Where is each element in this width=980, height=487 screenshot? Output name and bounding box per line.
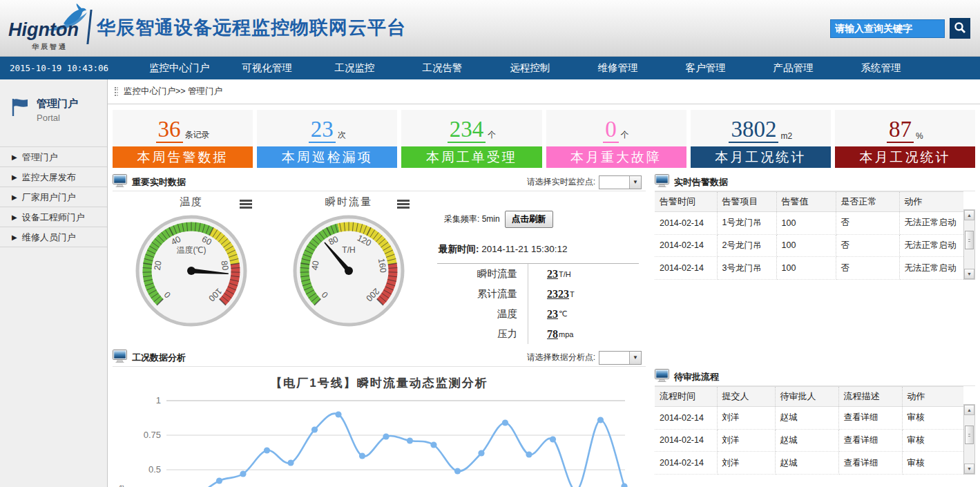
metric-label: 瞬时流量 <box>437 267 517 280</box>
scroll-up-icon[interactable]: ▲ <box>964 210 974 220</box>
scrollbar-thumb[interactable] <box>965 231 974 249</box>
table-cell: 否 <box>836 257 899 280</box>
column-header: 待审批人 <box>775 387 838 407</box>
nav-item-7[interactable]: 产品管理 <box>749 61 837 75</box>
nav-item-2[interactable]: 工况监控 <box>311 61 398 75</box>
analysis-point-select[interactable]: ▼ <box>599 351 642 365</box>
metrics-table: 瞬时流量23T/H累计流量2323T温度23℃压力78mpa <box>437 263 639 344</box>
svg-text:1: 1 <box>156 395 161 405</box>
page-header: Hignton 华辰智通 华辰智通设备远程监控物联网云平台 <box>0 0 980 57</box>
gauge-menu-icon[interactable] <box>397 200 410 210</box>
scroll-down-icon[interactable]: ▼ <box>964 269 974 279</box>
analysis-panel: 工况数据分析 请选择数据分析点: ▼ 【电厂1号线】瞬时流量动态监测分析 10.… <box>113 349 646 487</box>
nav-item-5[interactable]: 维修管理 <box>574 61 662 75</box>
stat-card-3[interactable]: 0个本月重大故障 <box>546 110 686 168</box>
nav-item-1[interactable]: 可视化管理 <box>223 61 311 75</box>
nav-item-3[interactable]: 工况告警 <box>398 61 486 75</box>
table-row: 2014-02-14刘洋赵城查看详细审核 <box>655 452 963 475</box>
scroll-up-icon[interactable]: ▲ <box>964 405 974 415</box>
stat-card-2[interactable]: 234个本周工单受理 <box>401 110 541 168</box>
table-cell: 刘洋 <box>717 429 775 452</box>
metric-value: 78 <box>547 328 558 341</box>
logo-text: Hignton <box>8 19 79 41</box>
approval-panel-title: 待审批流程 <box>674 371 719 383</box>
navbar-timestamp: 2015-10-19 10:43:06 <box>0 63 135 73</box>
table-cell: 否 <box>836 234 899 257</box>
approval-panel: 待审批流程 流程时间提交人待审批人流程描述动作2014-02-14刘洋赵城查看详… <box>655 368 975 475</box>
table-row: 2014-02-14刘洋赵城查看详细审核 <box>655 407 963 430</box>
column-header: 流程描述 <box>838 387 902 407</box>
table-cell: 无法正常启动 <box>899 212 963 235</box>
flag-icon <box>11 97 29 123</box>
search-box <box>830 18 970 39</box>
column-header: 动作 <box>902 387 963 407</box>
metric-label: 累计流量 <box>437 287 517 300</box>
metric-value-cell: 78mpa <box>528 324 573 344</box>
table-cell: 审核 <box>902 429 963 452</box>
stat-card-4[interactable]: 3802m2本月工况统计 <box>691 110 831 168</box>
chart-title: 【电厂1号线】瞬时流量动态监测分析 <box>113 375 646 391</box>
stat-unit: 次 <box>338 129 346 141</box>
table-cell: 审核 <box>902 452 963 475</box>
scroll-down-icon[interactable]: ▼ <box>964 464 974 474</box>
table-cell: 100 <box>776 234 836 257</box>
svg-text:T/H: T/H <box>342 245 355 255</box>
stat-value: 0 <box>603 119 619 143</box>
table-cell: 赵城 <box>775 452 838 475</box>
scrollbar-thumb[interactable] <box>965 426 974 444</box>
stat-value-area: 87% <box>835 110 975 146</box>
stat-card-5[interactable]: 87%本月工况统计 <box>835 110 975 168</box>
approval-table-scrollbar[interactable]: ▲ ▼ <box>963 404 975 475</box>
stat-value: 36 <box>156 119 183 143</box>
column-header: 动作 <box>899 192 963 212</box>
metric-value: 2323 <box>547 288 569 300</box>
analysis-point-select-label: 请选择数据分析点: <box>527 352 595 363</box>
svg-text:温度(℃): 温度(℃) <box>176 245 206 255</box>
stat-card-1[interactable]: 23次本周巡检漏项 <box>257 110 397 168</box>
stat-value: 23 <box>309 119 336 143</box>
nav-item-0[interactable]: 监控中心门户 <box>135 61 223 75</box>
nav-item-8[interactable]: 系统管理 <box>837 61 925 75</box>
sidebar-item-1[interactable]: ▶监控大屏发布 <box>0 166 107 187</box>
table-row: 2014-02-143号龙门吊100否无法正常启动 <box>655 257 963 280</box>
sidebar-item-label: 维修人员门户 <box>22 227 76 247</box>
nav-item-6[interactable]: 客户管理 <box>662 61 749 75</box>
realtime-panel-title: 重要实时数据 <box>132 176 186 189</box>
nav-item-4[interactable]: 远程控制 <box>486 61 574 75</box>
flow-line-chart: 10.750.50.250value <box>113 394 646 487</box>
column-header: 流程时间 <box>655 387 717 407</box>
stat-card-0[interactable]: 36条记录本周告警数据 <box>113 110 253 168</box>
sidebar-item-0[interactable]: ▶管理门户 <box>0 146 107 166</box>
table-cell: 100 <box>776 212 836 235</box>
search-input[interactable] <box>830 19 945 38</box>
stat-value-area: 234个 <box>401 110 541 146</box>
sidebar-item-4[interactable]: ▶维修人员门户 <box>0 227 107 247</box>
metric-label: 压力 <box>437 327 517 341</box>
monitor-icon <box>655 369 669 385</box>
gauge-menu-icon[interactable] <box>240 200 252 210</box>
nav-menu: 监控中心门户可视化管理工况监控工况告警远程控制维修管理客户管理产品管理系统管理 <box>135 61 925 75</box>
alarm-table-scrollbar[interactable]: ▲ ▼ <box>963 209 975 280</box>
breadcrumb: 监控中心门户>> 管理门户 <box>108 79 980 104</box>
refresh-button[interactable]: 点击刷新 <box>505 211 553 228</box>
metric-value-cell: 23T/H <box>528 264 571 284</box>
sidebar-item-label: 厂家用户门户 <box>22 187 76 207</box>
analysis-panel-title: 工况数据分析 <box>132 352 186 364</box>
search-button[interactable] <box>950 18 970 39</box>
temperature-gauge: 020406080100温度(℃) <box>113 209 270 333</box>
stat-value-area: 36条记录 <box>113 110 253 146</box>
table-cell: 查看详细 <box>838 429 902 452</box>
chevron-down-icon: ▼ <box>629 352 641 364</box>
temperature-gauge-title: 温度 <box>180 195 203 207</box>
frequency-label: 采集频率: 5min <box>444 213 500 225</box>
sidebar-item-2[interactable]: ▶厂家用户门户 <box>0 187 107 207</box>
stat-value-area: 0个 <box>546 110 686 146</box>
table-cell: 查看详细 <box>838 407 902 430</box>
triangle-right-icon: ▶ <box>12 227 17 247</box>
logo-subtext: 华辰智通 <box>32 42 68 52</box>
monitor-point-select[interactable]: ▼ <box>599 175 642 189</box>
table-row: 2014-02-14刘洋赵城查看详细审核 <box>655 429 963 452</box>
monitor-point-select-label: 请选择实时监控点: <box>527 176 595 188</box>
sidebar-item-3[interactable]: ▶设备工程师门户 <box>0 207 107 227</box>
metric-value: 23 <box>547 268 558 280</box>
